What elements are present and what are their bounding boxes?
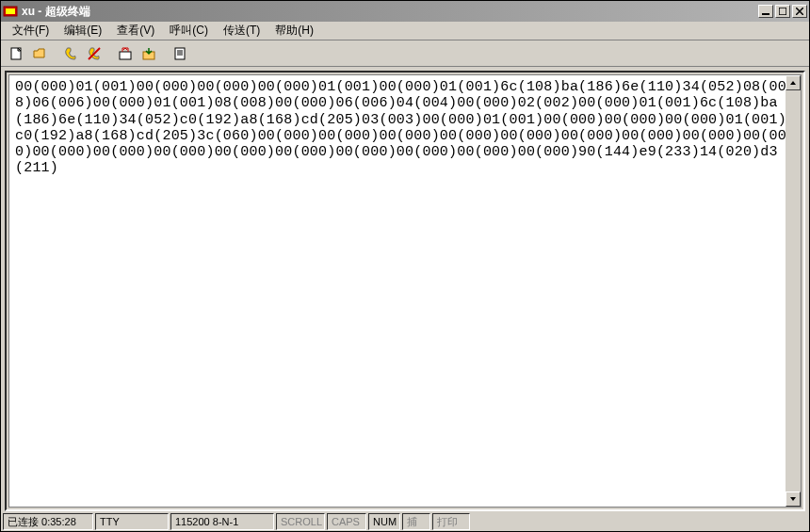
- new-button[interactable]: [5, 43, 26, 64]
- svg-rect-8: [175, 48, 185, 59]
- svg-rect-2: [762, 13, 770, 15]
- statusbar: 已连接 0:35:28 TTY 115200 8-N-1 SCROLL CAPS…: [1, 512, 809, 531]
- status-connection: 已连接 0:35:28: [3, 513, 93, 530]
- status-capture: 捕: [402, 513, 430, 530]
- connect-button[interactable]: [59, 43, 81, 64]
- menu-edit[interactable]: 编辑(E): [57, 21, 109, 40]
- scroll-track[interactable]: [786, 90, 801, 492]
- scroll-up-button[interactable]: [786, 75, 801, 90]
- menubar: 文件(F) 编辑(E) 查看(V) 呼叫(C) 传送(T) 帮助(H): [1, 22, 809, 40]
- receive-button[interactable]: [138, 43, 159, 64]
- status-print: 打印: [432, 513, 470, 530]
- scroll-down-button[interactable]: [786, 492, 801, 507]
- content-area: 00(000)01(001)00(000)00(000)00(000)01(00…: [5, 71, 805, 511]
- window-title: xu - 超级终端: [22, 4, 758, 20]
- menu-call[interactable]: 呼叫(C): [162, 21, 216, 40]
- terminal-text: 00(000)01(001)00(000)00(000)00(000)01(00…: [15, 79, 795, 177]
- status-scroll: SCROLL: [276, 513, 325, 530]
- status-tty: TTY: [95, 513, 169, 530]
- send-button[interactable]: [114, 43, 136, 64]
- svg-rect-6: [120, 52, 131, 59]
- window-buttons: [758, 5, 807, 18]
- status-caps: CAPS: [327, 513, 366, 530]
- maximize-button[interactable]: [775, 5, 790, 18]
- svg-rect-3: [779, 8, 786, 15]
- vertical-scrollbar[interactable]: [786, 75, 801, 507]
- app-icon: [3, 4, 18, 19]
- terminal-output[interactable]: 00(000)01(001)00(000)00(000)00(000)01(00…: [8, 74, 802, 508]
- status-num: NUM: [368, 513, 400, 530]
- minimize-button[interactable]: [758, 5, 773, 18]
- toolbar: [1, 40, 809, 67]
- menu-file[interactable]: 文件(F): [5, 21, 57, 40]
- open-button[interactable]: [28, 43, 50, 64]
- menu-help[interactable]: 帮助(H): [267, 21, 321, 40]
- disconnect-button[interactable]: [83, 43, 105, 64]
- menu-transfer[interactable]: 传送(T): [216, 21, 267, 40]
- close-button[interactable]: [792, 5, 807, 18]
- titlebar: xu - 超级终端: [1, 1, 809, 22]
- status-port: 115200 8-N-1: [170, 513, 274, 530]
- svg-rect-1: [6, 8, 15, 14]
- menu-view[interactable]: 查看(V): [109, 21, 162, 40]
- properties-button[interactable]: [169, 43, 190, 64]
